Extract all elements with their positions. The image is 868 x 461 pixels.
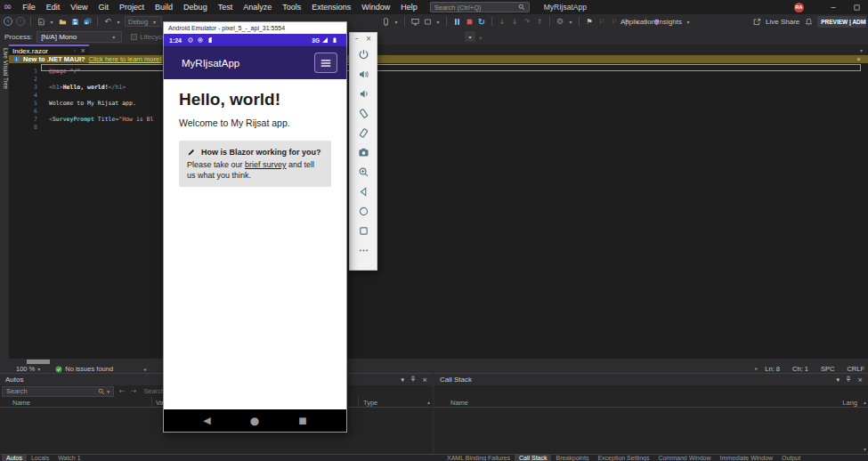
code-line-2[interactable]: 2 xyxy=(9,76,868,84)
menu-file[interactable]: File xyxy=(17,3,41,12)
scroll-left-icon[interactable]: ◂ xyxy=(143,366,146,372)
code-line-3[interactable]: 3<h1>Hello, world!</h1> xyxy=(9,84,868,92)
pin-icon[interactable] xyxy=(410,376,417,384)
menu-project[interactable]: Project xyxy=(114,3,150,12)
step-over-button[interactable]: ↷ xyxy=(523,16,531,27)
emulator-overview-button[interactable] xyxy=(350,221,377,240)
issues-status-label[interactable]: No issues found xyxy=(65,365,113,373)
tab-index-razor[interactable]: Index.razor ◦ × xyxy=(9,44,89,55)
menu-tools[interactable]: Tools xyxy=(277,3,306,12)
device-tablet-button[interactable] xyxy=(423,16,432,27)
emulator-more-button[interactable] xyxy=(350,240,377,260)
android-emulator-window[interactable]: Android Emulator - pixel_5_-_api_31:5554… xyxy=(163,21,347,433)
scroll-up-icon[interactable]: ▴ xyxy=(864,399,866,405)
emulator-volume-down-button[interactable] xyxy=(350,84,377,103)
tab-output[interactable]: Output xyxy=(777,455,805,461)
scroll-down-icon[interactable]: ▾ xyxy=(864,446,866,452)
emulator-home-button[interactable] xyxy=(350,201,377,221)
editor-horizontal-scrollbar[interactable] xyxy=(9,359,868,365)
emulator-toolbar-close-button[interactable]: × xyxy=(366,35,372,43)
dropdown-icon[interactable]: ▾ xyxy=(49,16,54,27)
column-name[interactable]: Name xyxy=(450,399,468,407)
window-position-dropdown-icon[interactable]: ▾ xyxy=(402,376,405,384)
bookmark-prev-button[interactable]: ⚐ xyxy=(597,16,606,27)
tab-command-window[interactable]: Command Window xyxy=(653,455,715,461)
tab-exception-settings[interactable]: Exception Settings xyxy=(593,455,653,461)
tab-locals[interactable]: Locals xyxy=(27,455,53,461)
dropdown-icon[interactable]: ▾ xyxy=(568,16,573,27)
code-line-6[interactable]: 6 xyxy=(9,108,868,116)
step-out-button[interactable]: ⇑ xyxy=(535,16,544,27)
menu-extensions[interactable]: Extensions xyxy=(306,3,356,12)
device-phone-button[interactable] xyxy=(381,16,390,27)
menu-window[interactable]: Window xyxy=(356,3,395,12)
tab-list-dropdown-icon[interactable]: ▾ xyxy=(860,47,863,53)
close-icon[interactable]: × xyxy=(422,376,427,384)
menu-test[interactable]: Test xyxy=(213,3,239,12)
call-stack-grid-empty[interactable]: ▾ xyxy=(434,408,868,452)
new-project-button[interactable] xyxy=(37,16,45,27)
emulator-title-bar[interactable]: Android Emulator - pixel_5_-_api_31:5554 xyxy=(164,22,346,34)
code-line-4[interactable]: 4 xyxy=(9,92,868,100)
tab-autos[interactable]: Autos xyxy=(2,455,27,461)
infobar-close-icon[interactable]: × xyxy=(856,55,861,63)
tab-call-stack[interactable]: Call Stack xyxy=(515,455,552,461)
debug-configuration-dropdown[interactable]: Debug ▾ xyxy=(125,16,162,27)
emulator-back-button[interactable] xyxy=(350,182,377,201)
emulator-volume-up-button[interactable] xyxy=(350,64,377,84)
nav-back-button[interactable]: ‹ xyxy=(4,17,12,26)
scroll-right-icon[interactable]: ▸ xyxy=(755,365,758,373)
monitor-button[interactable] xyxy=(410,16,419,27)
brief-survey-link[interactable]: brief survey xyxy=(245,160,287,169)
live-visual-tree-tab[interactable]: Live Visual Tree xyxy=(0,46,9,153)
search-back-icon[interactable]: ← xyxy=(119,387,126,395)
scrollbar-thumb[interactable] xyxy=(27,360,50,364)
android-home-button[interactable]: ● xyxy=(250,415,259,427)
code-editor[interactable]: 1@page "/"23<h1>Hello, world!</h1>45Welc… xyxy=(9,63,868,359)
dropdown-icon[interactable]: ▾ xyxy=(116,16,121,27)
pin-icon[interactable] xyxy=(845,376,852,384)
pause-button[interactable] xyxy=(452,16,461,27)
tab-breakpoints[interactable]: Breakpoints xyxy=(551,455,593,461)
notifications-bell-icon[interactable] xyxy=(804,16,813,27)
android-back-button[interactable]: ◀ xyxy=(203,415,210,426)
code-line-8[interactable]: 8 xyxy=(9,124,868,132)
stop-button[interactable] xyxy=(465,16,474,27)
status-line-ending[interactable]: CRLF xyxy=(847,365,864,373)
window-position-dropdown-icon[interactable]: ▾ xyxy=(837,376,840,384)
account-avatar[interactable]: RA xyxy=(794,3,804,12)
search-forward-icon[interactable]: → xyxy=(131,387,137,395)
menu-debug[interactable]: Debug xyxy=(178,3,213,12)
menu-edit[interactable]: Edit xyxy=(41,3,66,12)
code-line-7[interactable]: 7<SurveyPrompt Title="How is Bl xyxy=(9,116,868,124)
process-dropdown[interactable]: [N/A] Mono ▾ xyxy=(37,31,122,43)
tab-watch-1[interactable]: Watch 1 xyxy=(53,455,85,461)
nav-forward-button[interactable]: › xyxy=(16,17,25,26)
bookmark-next-button[interactable]: ⚐ xyxy=(610,16,619,27)
restart-button[interactable]: ↻ xyxy=(477,16,486,27)
global-search-input[interactable]: Search (Ctrl+Q) xyxy=(430,2,530,12)
menu-build[interactable]: Build xyxy=(150,3,178,12)
step-down-button[interactable]: ↓ xyxy=(498,16,507,27)
menu-git[interactable]: Git xyxy=(93,3,115,12)
emulator-power-button[interactable] xyxy=(350,44,377,64)
step-into-button[interactable]: ⇓ xyxy=(510,16,519,27)
toolbar-overflow-button[interactable]: ▾ xyxy=(465,31,475,42)
android-overview-button[interactable]: ■ xyxy=(298,416,306,425)
live-share-label[interactable]: Live Share xyxy=(766,18,799,26)
emulator-rotate-left-button[interactable] xyxy=(350,103,377,123)
save-all-button[interactable] xyxy=(83,16,92,27)
open-folder-button[interactable] xyxy=(58,16,67,27)
bookmark-button[interactable]: ⚑ xyxy=(585,16,594,27)
column-name[interactable]: Name xyxy=(12,399,30,407)
editor-zoom-value[interactable]: 100 % xyxy=(16,365,35,373)
chevron-down-icon[interactable]: ▾ xyxy=(37,366,43,372)
minimize-button[interactable]: – xyxy=(822,0,845,14)
live-share-icon[interactable] xyxy=(752,16,761,27)
application-insights-label[interactable]: Application Insights xyxy=(621,18,682,26)
emulator-zoom-in-button[interactable] xyxy=(350,162,377,182)
emulator-rotate-right-button[interactable] xyxy=(350,123,377,142)
close-icon[interactable]: × xyxy=(857,376,863,384)
emulator-camera-button[interactable] xyxy=(350,142,377,162)
status-indent-mode[interactable]: SPC xyxy=(821,365,834,373)
